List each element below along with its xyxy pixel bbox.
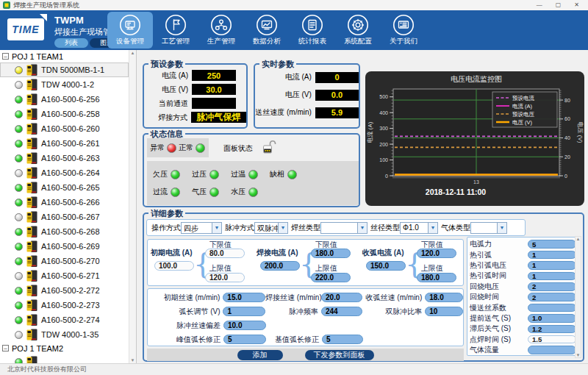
scroll-down-icon[interactable]: ▼ xyxy=(576,353,581,357)
collapse-icon[interactable]: – xyxy=(2,345,9,351)
device-status-led xyxy=(15,140,23,148)
tree-item[interactable]: A160-500-6-263 xyxy=(0,151,129,165)
maximize-button[interactable]: ▢ xyxy=(556,0,562,10)
chevron-down-icon[interactable]: ▼ xyxy=(357,223,367,233)
close-button[interactable]: ✕ xyxy=(574,0,579,10)
crater-current-upper-limit-field[interactable]: 180.0 xyxy=(417,273,456,282)
tree-item[interactable]: A160-500-6-261 xyxy=(0,136,129,151)
tree-group-2[interactable]: –POJ 1 TEAM2 xyxy=(0,342,129,354)
burnback-voltage-value-field[interactable]: 2 xyxy=(528,282,576,291)
tree-item[interactable]: A160-500-2-272 xyxy=(0,283,129,298)
tree-item[interactable]: A160-500-6-265 xyxy=(0,180,129,195)
collapse-icon[interactable]: – xyxy=(2,53,9,60)
param-value-field[interactable]: 1 xyxy=(223,307,265,316)
tree-item[interactable]: A160-500-6-258 xyxy=(0,107,129,121)
welding-machine-icon xyxy=(26,270,37,282)
param-value-field[interactable]: 18.0 xyxy=(425,293,463,302)
hot-arc-start-row: 热引弧1 xyxy=(470,249,576,260)
scroll-up-icon[interactable]: ▲ xyxy=(576,237,581,241)
scroll-down-icon[interactable]: ▼ xyxy=(131,358,135,362)
crater-current-value-field[interactable]: 150.0 xyxy=(366,261,406,271)
welding-machine-icon xyxy=(26,93,37,106)
operation-mode-select[interactable]: 四步▼ xyxy=(181,222,222,234)
tree-item[interactable]: A160-500-2-274 xyxy=(0,312,129,327)
sidebar-scrollbar[interactable]: ▲ ▼ xyxy=(129,50,136,363)
protection-led xyxy=(248,188,258,197)
gas-type-label: 气体类型 xyxy=(441,223,470,233)
nav-item-data-analysis[interactable]: 数据分析 xyxy=(244,12,290,49)
view-button-list[interactable]: 列表 xyxy=(54,38,88,48)
slow-feed-coefficient-value-field[interactable] xyxy=(528,304,576,312)
param-value-field[interactable]: 5 xyxy=(223,335,266,344)
param-value-field[interactable]: 15.0 xyxy=(223,293,265,302)
device-name: A160-500-6-266 xyxy=(41,198,100,207)
tree-item[interactable]: TDN 5000MB-1-1 xyxy=(0,63,129,77)
tree-item[interactable]: A160-500-6-260 xyxy=(0,121,129,136)
abnormal-led xyxy=(167,143,176,153)
gas-flow-value-field[interactable] xyxy=(528,346,576,354)
burnback-time-row: 回烧时间2 xyxy=(470,292,576,302)
burnback-time-value-field[interactable]: 2 xyxy=(528,293,576,301)
param-value-field[interactable]: 5 xyxy=(322,335,363,344)
tree-item[interactable]: A160-500-6-264 xyxy=(0,165,129,180)
param-value-field[interactable]: 10.0 xyxy=(223,321,266,330)
chevron-down-icon[interactable]: ▼ xyxy=(278,223,287,233)
param-value-field[interactable]: 10 xyxy=(425,307,463,316)
protection-led xyxy=(248,170,258,179)
welding-current-lower-limit-field[interactable]: 180.0 xyxy=(311,249,351,258)
device-status-led xyxy=(15,228,23,236)
details-scrollbar[interactable]: ▲ ▼ xyxy=(575,236,581,358)
send-params-to-panel-button[interactable]: 下发参数到面板 xyxy=(305,350,374,360)
wire-type-select[interactable]: ▼ xyxy=(320,222,368,234)
welding-machine-icon xyxy=(26,240,37,253)
minimize-button[interactable]: — xyxy=(537,0,542,10)
arc-force-value-field[interactable]: 5 xyxy=(528,240,576,249)
chevron-down-icon[interactable]: ▼ xyxy=(212,223,221,233)
hot-arc-start-value-field[interactable]: 1 xyxy=(528,251,576,260)
wire-diameter-select[interactable]: Φ1.0▼ xyxy=(400,222,438,234)
tree-item[interactable]: A160-500-2-273 xyxy=(0,298,129,312)
spot-weld-time-value-field[interactable]: 1.5 xyxy=(528,335,576,344)
nav-item-system-config[interactable]: 系统配置 xyxy=(335,12,381,49)
nav-item-process-management[interactable]: 工艺管理 xyxy=(153,12,198,49)
initial-current-upper-limit-field[interactable]: 120.0 xyxy=(205,273,245,282)
tree-item[interactable]: A160-500-6-268 xyxy=(0,224,129,239)
burnback-voltage-label: 回烧电压 xyxy=(470,282,528,292)
tree-item[interactable]: TDW 4000-1-35 xyxy=(0,327,129,342)
chevron-down-icon[interactable]: ▼ xyxy=(428,223,437,233)
nav-item-production-management[interactable]: 生产管理 xyxy=(198,12,244,49)
welding-current-value-field[interactable]: 200.0 xyxy=(260,261,300,271)
tree-item[interactable]: A160-500-6-270 xyxy=(0,254,129,268)
tree-item[interactable] xyxy=(0,354,129,363)
tree-item[interactable]: A160-500-6-256 xyxy=(0,92,129,107)
scroll-up-icon[interactable]: ▲ xyxy=(131,51,135,55)
chevron-down-icon[interactable]: ▼ xyxy=(497,223,506,233)
nav-item-about-us[interactable]: 关于我们 xyxy=(381,12,426,49)
tree-item[interactable]: A160-500-6-266 xyxy=(0,195,129,210)
gas-type-select[interactable]: ▼ xyxy=(470,222,507,234)
tree-group-1[interactable]: –POJ 1 TEAM1 xyxy=(0,50,129,63)
arc-force-label: 电弧力 xyxy=(470,239,528,249)
svg-text:500: 500 xyxy=(379,94,388,99)
initial-current-lower-limit-field[interactable]: 80.0 xyxy=(205,249,245,258)
initial-current-value-field[interactable]: 100.0 xyxy=(154,261,194,271)
nav-item-statistics-report[interactable]: 统计报表 xyxy=(290,12,335,49)
welding-current-upper-limit-field[interactable]: 220.0 xyxy=(311,273,351,282)
param-value-field[interactable]: 20.0 xyxy=(321,293,362,302)
pulse-mode-select[interactable]: 双脉冲▼ xyxy=(254,222,288,234)
tree-item[interactable]: A160-500-6-267 xyxy=(0,210,129,224)
tree-item[interactable]: TDW 4000-1-2 xyxy=(0,77,129,92)
nav-item-device-management[interactable]: 设备管理 xyxy=(107,12,153,49)
logo-fold-decoration xyxy=(40,14,47,21)
crater-current-lower-limit-field[interactable]: 120.0 xyxy=(417,249,456,258)
tree-item[interactable]: A160-500-6-269 xyxy=(0,239,129,254)
param-value-field[interactable]: 244 xyxy=(321,307,362,316)
add-button[interactable]: 添加 xyxy=(237,350,283,360)
left-axis: 0100200300400500电流 (A) xyxy=(367,94,393,178)
hot-arc-time-value-field[interactable]: 1 xyxy=(528,272,576,281)
pre-gas-time-value-field[interactable]: 1.0 xyxy=(528,314,576,323)
hot-arc-voltage-value-field[interactable]: 1 xyxy=(528,261,576,270)
tree-item[interactable]: A160-500-6-271 xyxy=(0,268,129,283)
protection-led-strip: 欠压过压过温缺相过流气压水压 xyxy=(147,161,359,205)
post-gas-time-value-field[interactable]: 1.2 xyxy=(528,325,576,334)
